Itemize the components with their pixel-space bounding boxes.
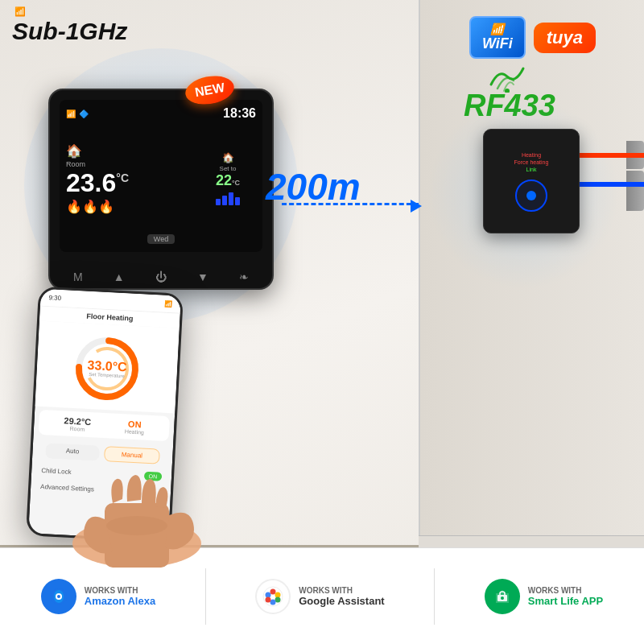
thermostat-day: Wed	[66, 233, 256, 246]
svg-point-13	[275, 592, 281, 597]
svg-point-19	[501, 597, 504, 600]
phone-gauge-area: 33.0°C Set Temperature	[35, 321, 179, 414]
thermostat-icons: 📶 🔷	[66, 109, 89, 118]
rf-heating-text: Heating	[522, 152, 541, 158]
rf-button-circle[interactable]	[515, 180, 547, 212]
google-brand-name: Google Assistant	[299, 595, 384, 607]
phone-info-row: 29.2°C Room ON Heating	[39, 410, 170, 441]
house-icon-small: 🏠	[222, 152, 234, 163]
svg-point-9	[57, 595, 60, 598]
rf-link-text: Link	[526, 167, 537, 172]
set-temp-unit: °C	[232, 179, 240, 187]
pipe-blue	[580, 182, 644, 187]
room-temp-item: 29.2°C Room	[64, 415, 92, 432]
smartlife-works-with: WORKS WITH	[528, 586, 603, 595]
svg-point-12	[270, 588, 276, 594]
google-works-with: WORKS WITH	[299, 586, 384, 595]
svg-point-15	[270, 599, 276, 605]
alexa-icon	[41, 579, 76, 614]
hand-holding-phone	[64, 463, 209, 568]
wifi-label: WiFi	[482, 35, 513, 52]
heating-status-item: ON Heating	[125, 419, 145, 435]
gauge-container: 33.0°C Set Temperature	[69, 331, 146, 407]
rf-button-dot	[526, 191, 536, 200]
smartlife-brand-name: Smart Life APP	[528, 595, 603, 607]
sub-1ghz-label: Sub-1GHz	[12, 18, 127, 45]
heating-label-phone: Heating	[125, 428, 144, 435]
thermostat-buttons[interactable]: M ▲ ⏻ ▼ ❧	[50, 270, 272, 283]
thermostat-top-row: 📶 🔷 18:36	[66, 106, 256, 121]
auto-mode-button[interactable]: Auto	[45, 443, 100, 460]
set-temp-value: 22	[216, 172, 232, 188]
room-label: Room	[66, 160, 195, 168]
svg-point-16	[266, 597, 271, 602]
rf-force-text: Force heating	[514, 159, 549, 165]
thermostat-main: 🏠 Room 23.6°C 🔥🔥🔥 🏠 Set to 22°C	[66, 124, 256, 233]
phone-time: 9:30	[48, 294, 61, 302]
bar4	[235, 197, 240, 205]
alexa-text: WORKS WITH Amazon Alexa	[85, 586, 155, 607]
smartlife-badge: WORKS WITH Smart Life APP	[485, 579, 603, 614]
temp-bars	[216, 192, 240, 205]
wifi-icon-thermo: 📶	[66, 109, 76, 118]
dashed-arrow	[282, 203, 419, 205]
bar3	[229, 192, 233, 205]
baseboard	[419, 535, 644, 547]
top-badges: 📶 WiFi tuya	[469, 16, 596, 59]
room-temp-value: 29.2°C	[64, 415, 91, 427]
google-text: WORKS WITH Google Assistant	[299, 586, 384, 607]
temp-unit: °C	[116, 171, 129, 184]
bar2	[222, 196, 227, 205]
divider-2	[434, 568, 435, 625]
temperature-display: 23.6°C	[66, 170, 195, 196]
bluetooth-icon-thermo: 🔷	[79, 109, 89, 118]
set-to-label: Set to	[220, 165, 237, 172]
alexa-brand-name: Amazon Alexa	[85, 595, 155, 607]
power-button[interactable]: ⏻	[155, 270, 167, 283]
pipe-end-blue	[626, 171, 644, 211]
temp-value: 23.6	[66, 168, 116, 197]
smartlife-icon	[485, 579, 520, 614]
alexa-badge: WORKS WITH Amazon Alexa	[41, 579, 155, 614]
divider-1	[205, 568, 206, 625]
alexa-works-with: WORKS WITH	[85, 586, 155, 595]
svg-point-6	[106, 516, 167, 535]
menu-button[interactable]: M	[73, 270, 83, 283]
google-badge: WORKS WITH Google Assistant	[255, 579, 384, 614]
heat-icon: 🔥🔥🔥	[66, 199, 195, 214]
svg-point-11	[266, 592, 271, 597]
google-icon	[255, 579, 291, 614]
up-button[interactable]: ▲	[114, 270, 125, 283]
thermostat-left-panel: 🏠 Room 23.6°C 🔥🔥🔥	[66, 124, 195, 233]
set-temperature: 22°C	[216, 172, 240, 189]
wifi-badge: 📶 WiFi	[469, 16, 526, 59]
tuya-label: tuya	[547, 27, 583, 47]
arrow-head	[411, 200, 422, 213]
day-badge: Wed	[147, 234, 175, 244]
rf-receiver-device: Heating Force heating Link	[483, 129, 580, 233]
smartlife-text: WORKS WITH Smart Life APP	[528, 586, 603, 607]
thermostat-screen: 📶 🔷 18:36 🏠 Room 23.6°C 🔥🔥🔥 🏠 Set to 22°…	[60, 100, 262, 252]
wifi-symbol: 📶	[482, 23, 513, 35]
svg-point-14	[275, 597, 281, 602]
distance-label: 200m	[266, 165, 361, 208]
thermostat-device: 📶 🔷 18:36 🏠 Room 23.6°C 🔥🔥🔥 🏠 Set to 22°…	[48, 89, 274, 290]
bar1	[216, 199, 221, 205]
phone-signal: 📶	[164, 300, 172, 308]
down-button[interactable]: ▼	[197, 270, 208, 283]
thermostat-time: 18:36	[223, 106, 256, 121]
tuya-badge: tuya	[534, 23, 596, 53]
thermostat-right-panel: 🏠 Set to 22°C	[200, 124, 256, 233]
house-icon: 🏠	[66, 143, 195, 159]
leaf-button[interactable]: ❧	[239, 270, 249, 283]
manual-mode-button[interactable]: Manual	[104, 446, 160, 464]
wifi-symbol-top: 📶	[14, 6, 26, 17]
pipe-red	[580, 153, 644, 158]
gauge-center: 33.0°C Set Temperature	[87, 359, 127, 379]
